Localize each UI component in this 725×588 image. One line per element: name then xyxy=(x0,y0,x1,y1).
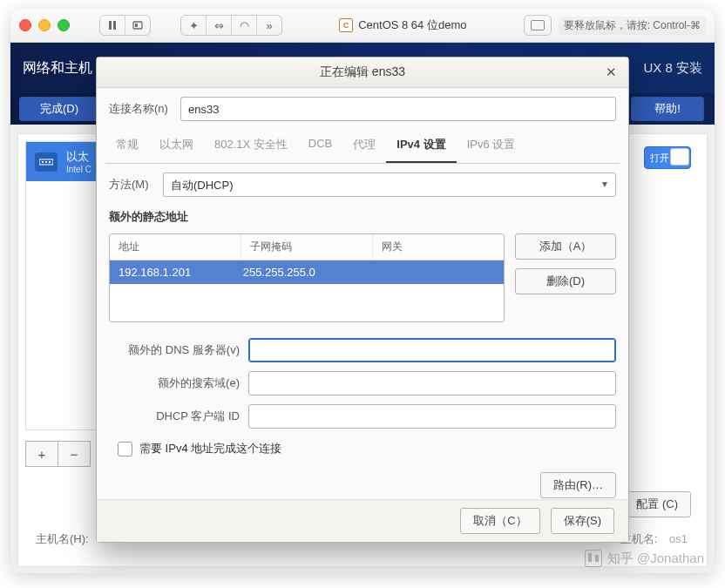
cancel-button[interactable]: 取消（C） xyxy=(460,508,539,534)
centos-icon: C xyxy=(339,18,353,32)
delete-address-button[interactable]: 删除(D) xyxy=(515,268,616,294)
save-button[interactable]: 保存(S) xyxy=(551,508,614,534)
hostname-label: 主机名(H): xyxy=(36,531,89,547)
table-row[interactable]: 192.168.1.201 255.255.255.0 xyxy=(110,260,504,284)
toggle-knob xyxy=(670,148,689,166)
col-mask: 子网掩码 xyxy=(241,234,373,260)
interface-list-buttons: + − xyxy=(25,441,90,467)
interface-toggle[interactable]: 打开 xyxy=(644,146,691,169)
vm-title-text: CentOS 8 64 位demo xyxy=(358,17,466,33)
vm-control-segment xyxy=(99,15,151,36)
tab-dcb[interactable]: DCB xyxy=(298,130,342,163)
tab-ipv4[interactable]: IPv4 设置 xyxy=(386,130,456,163)
require-ipv4-label: 需要 IPv4 地址完成这个连接 xyxy=(139,441,281,456)
hostname-readout-value: os1 xyxy=(669,532,688,545)
vm-window: ✦ ⇔ ◠ » C CentOS 8 64 位demo 要释放鼠标，请按: Co… xyxy=(10,9,715,573)
pause-icon[interactable] xyxy=(100,16,125,35)
col-address: 地址 xyxy=(110,234,241,260)
wrench-icon[interactable]: ✦ xyxy=(181,16,207,35)
ethernet-icon xyxy=(35,152,58,172)
fullscreen-segment xyxy=(524,15,552,36)
close-window-button[interactable] xyxy=(19,19,31,31)
close-icon[interactable]: ✕ xyxy=(602,64,620,81)
require-ipv4-checkbox[interactable]: 需要 IPv4 地址完成这个连接 xyxy=(118,441,616,456)
remove-interface-button[interactable]: − xyxy=(58,441,91,467)
conn-name-input[interactable] xyxy=(180,97,616,121)
cell-mask: 255.255.255.0 xyxy=(234,260,359,284)
cell-address: 192.168.1.201 xyxy=(110,260,234,284)
help-button[interactable]: 帮助! xyxy=(631,97,704,121)
method-select[interactable]: 自动(DHCP) xyxy=(163,172,616,197)
add-address-button[interactable]: 添加（A） xyxy=(515,233,616,260)
tab-ipv6[interactable]: IPv6 设置 xyxy=(457,130,526,163)
guest-screen: 网络和主机 UX 8 安装 完成(D) 帮助! 以太 Intel C + xyxy=(10,43,715,573)
tab-proxy[interactable]: 代理 xyxy=(342,130,386,163)
vm-title: C CentOS 8 64 位demo xyxy=(339,17,466,33)
address-table[interactable]: 地址 子网掩码 网关 192.168.1.201 255.255.255.0 xyxy=(109,233,505,322)
cell-gateway xyxy=(358,260,483,284)
edit-connection-dialog: 正在编辑 ens33 ✕ 连接名称(n) 常规 以太网 802.1X 安全性 D… xyxy=(96,57,629,543)
dialog-title: 正在编辑 ens33 xyxy=(320,64,405,80)
fullscreen-icon[interactable] xyxy=(525,16,551,35)
tab-general[interactable]: 常规 xyxy=(105,130,149,163)
static-addr-title: 额外的静态地址 xyxy=(109,209,616,225)
interface-title: 以太 xyxy=(66,149,91,165)
svg-rect-5 xyxy=(42,161,44,163)
dhcp-client-input[interactable] xyxy=(248,404,616,429)
search-domain-label: 额外的搜索域(e) xyxy=(109,375,240,391)
vm-tools-segment: ✦ ⇔ ◠ » xyxy=(180,15,282,36)
snapshot-icon[interactable] xyxy=(125,16,150,35)
svg-rect-0 xyxy=(109,21,112,30)
page-title: 网络和主机 xyxy=(23,59,92,78)
release-hint-text: 要释放鼠标，请按: Control-⌘ xyxy=(564,18,701,33)
interface-subtitle: Intel C xyxy=(66,165,91,174)
search-domain-input[interactable] xyxy=(248,371,616,395)
dialog-footer: 取消（C） 保存(S) xyxy=(97,499,628,542)
tab-ethernet[interactable]: 以太网 xyxy=(149,130,204,163)
svg-rect-3 xyxy=(135,24,138,27)
disk-icon[interactable]: ◠ xyxy=(232,16,257,35)
expand-icon[interactable]: ⇔ xyxy=(207,16,232,35)
window-controls xyxy=(19,19,70,31)
col-gateway: 网关 xyxy=(373,234,504,260)
dhcp-client-label: DHCP 客户端 ID xyxy=(109,409,240,424)
toggle-label: 打开 xyxy=(650,152,669,165)
mac-toolbar: ✦ ⇔ ◠ » C CentOS 8 64 位demo 要释放鼠标，请按: Co… xyxy=(10,9,715,43)
add-interface-button[interactable]: + xyxy=(25,441,58,467)
svg-rect-1 xyxy=(113,21,116,30)
done-button[interactable]: 完成(D) xyxy=(19,97,99,121)
configure-button[interactable]: 配置 (C) xyxy=(623,491,691,517)
tabs: 常规 以太网 802.1X 安全性 DCB 代理 IPv4 设置 IPv6 设置 xyxy=(105,130,620,164)
distro-label: UX 8 安装 xyxy=(643,60,702,77)
dns-label: 额外的 DNS 服务器(v) xyxy=(109,342,240,358)
method-label: 方法(M) xyxy=(109,177,154,193)
routes-button[interactable]: 路由(R)… xyxy=(540,472,616,498)
conn-name-label: 连接名称(n) xyxy=(109,101,172,117)
svg-rect-7 xyxy=(49,161,51,163)
svg-rect-6 xyxy=(45,161,47,163)
dialog-titlebar: 正在编辑 ens33 ✕ xyxy=(97,57,628,88)
hostname-readout: 主机名: os1 xyxy=(620,531,688,547)
checkbox-icon xyxy=(118,442,132,456)
more-icon[interactable]: » xyxy=(257,16,281,35)
dns-input[interactable] xyxy=(248,338,616,362)
tab-8021x[interactable]: 802.1X 安全性 xyxy=(204,130,298,163)
zoom-window-button[interactable] xyxy=(58,19,70,31)
address-table-head: 地址 子网掩码 网关 xyxy=(110,234,504,260)
minimize-window-button[interactable] xyxy=(38,19,51,31)
release-mouse-hint: 要释放鼠标，请按: Control-⌘ xyxy=(559,17,706,35)
